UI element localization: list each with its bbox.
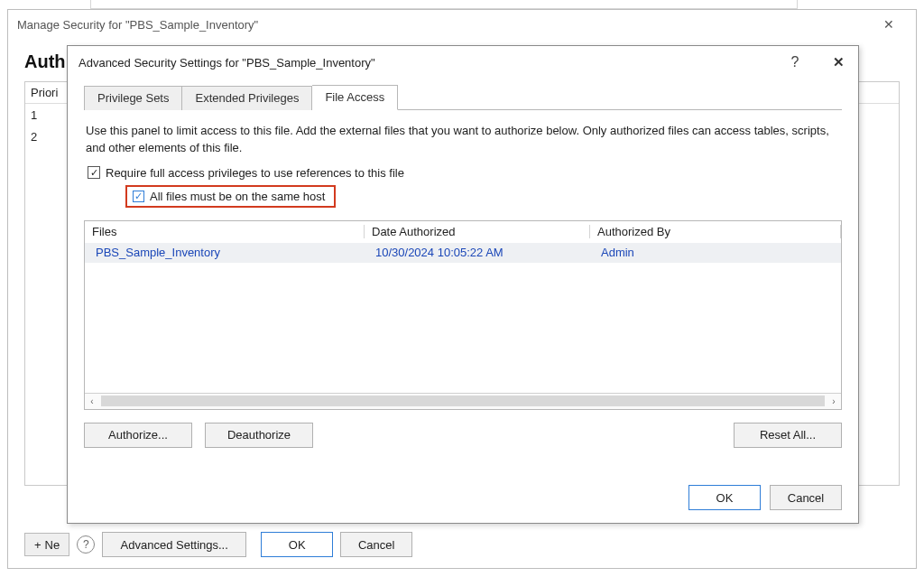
same-host-checkbox[interactable]: All files must be on the same host bbox=[125, 185, 336, 208]
cell-by: Admin bbox=[590, 246, 841, 259]
tab-strip: Privilege Sets Extended Privileges File … bbox=[84, 84, 842, 110]
tab-privilege-sets[interactable]: Privilege Sets bbox=[84, 86, 182, 110]
checkbox-label: All files must be on the same host bbox=[150, 190, 325, 203]
authorize-button[interactable]: Authorize... bbox=[84, 423, 192, 448]
advanced-settings-button[interactable]: Advanced Settings... bbox=[102, 532, 246, 557]
table-row[interactable]: PBS_Sample_Inventory 10/30/2024 10:05:22… bbox=[85, 243, 841, 263]
cell-file: PBS_Sample_Inventory bbox=[85, 246, 365, 259]
cell-date: 10/30/2024 10:05:22 AM bbox=[365, 246, 590, 259]
help-icon[interactable]: ? bbox=[77, 535, 95, 554]
cancel-button[interactable]: Cancel bbox=[340, 532, 412, 557]
reset-all-button[interactable]: Reset All... bbox=[734, 423, 842, 448]
require-full-access-checkbox[interactable]: Require full access privileges to use re… bbox=[88, 166, 842, 180]
cancel-button[interactable]: Cancel bbox=[770, 485, 842, 510]
add-account-button[interactable]: + Ne bbox=[24, 533, 69, 556]
close-icon[interactable]: ✕ bbox=[871, 12, 907, 37]
scroll-track[interactable] bbox=[101, 396, 825, 406]
scroll-left-icon[interactable]: ‹ bbox=[85, 394, 99, 408]
panel-description: Use this panel to limit access to this f… bbox=[86, 123, 840, 157]
checkbox-icon bbox=[133, 191, 144, 202]
modal-titlebar: Advanced Security Settings for "PBS_Samp… bbox=[68, 46, 858, 79]
deauthorize-button[interactable]: Deauthorize bbox=[205, 423, 313, 448]
authorized-files-table: Files Date Authorized Authorized By PBS_… bbox=[84, 220, 842, 410]
help-icon[interactable]: ? bbox=[784, 54, 806, 70]
horizontal-scrollbar[interactable]: ‹ › bbox=[85, 393, 841, 409]
close-icon[interactable]: ✕ bbox=[827, 54, 849, 70]
modal-title-text: Advanced Security Settings for "PBS_Samp… bbox=[79, 56, 375, 70]
scroll-right-icon[interactable]: › bbox=[827, 394, 841, 408]
advanced-security-dialog: Advanced Security Settings for "PBS_Samp… bbox=[67, 45, 859, 524]
tab-file-access[interactable]: File Access bbox=[312, 85, 398, 110]
new-label: Ne bbox=[45, 538, 60, 552]
col-date-authorized[interactable]: Date Authorized bbox=[365, 225, 590, 238]
plus-icon: + bbox=[34, 538, 42, 552]
ok-button[interactable]: OK bbox=[261, 532, 333, 557]
col-authorized-by[interactable]: Authorized By bbox=[590, 225, 841, 238]
parent-title-text: Manage Security for "PBS_Sample_Inventor… bbox=[17, 18, 258, 32]
tab-extended-privileges[interactable]: Extended Privileges bbox=[182, 86, 312, 110]
checkbox-icon bbox=[88, 166, 100, 179]
col-files[interactable]: Files bbox=[85, 225, 365, 238]
parent-titlebar: Manage Security for "PBS_Sample_Inventor… bbox=[8, 10, 916, 39]
checkbox-label: Require full access privileges to use re… bbox=[106, 166, 404, 180]
ok-button[interactable]: OK bbox=[688, 485, 761, 510]
